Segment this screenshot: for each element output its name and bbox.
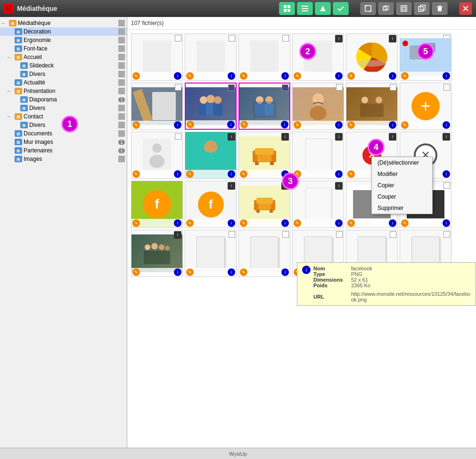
edit-icon[interactable]: ✎ xyxy=(132,170,140,178)
frame-btn[interactable] xyxy=(396,2,412,15)
delete-btn[interactable] xyxy=(432,2,448,15)
info-icon[interactable]: i xyxy=(174,268,181,276)
info-icon[interactable]: i xyxy=(443,170,450,178)
edit-icon[interactable]: ✎ xyxy=(294,219,301,227)
thumb-1[interactable]: ✎ i xyxy=(131,33,183,81)
info-icon[interactable]: i xyxy=(335,121,343,129)
info-icon[interactable]: i xyxy=(281,72,289,80)
edit-icon[interactable]: ✎ xyxy=(294,72,301,80)
thumb-checkbox[interactable] xyxy=(175,35,181,42)
thumb-meeting2[interactable]: ✎ i xyxy=(238,83,290,130)
edit-icon[interactable]: ✎ xyxy=(132,121,140,129)
thumb-3[interactable]: ✎ i xyxy=(238,33,290,81)
edit-icon[interactable]: ✎ xyxy=(240,268,247,276)
info-icon[interactable]: i xyxy=(335,170,343,178)
edit-icon[interactable]: ✎ xyxy=(186,72,194,80)
sort-btn[interactable] xyxy=(315,2,331,15)
thumb-checkbox[interactable] xyxy=(229,231,235,238)
sidebar-item-divers1[interactable]: ▦ Divers xyxy=(0,70,127,78)
ctx-delete-item[interactable]: Supprimer xyxy=(372,202,432,214)
thumb-meeting3[interactable]: ✎ i xyxy=(346,83,398,130)
expand-btn[interactable] xyxy=(360,2,376,15)
thumb-checkbox[interactable] xyxy=(282,35,289,42)
thumb-checkbox[interactable] xyxy=(175,84,181,91)
grid-area[interactable]: ✎ i ✎ i xyxy=(127,30,476,448)
thumb-checkbox[interactable] xyxy=(228,84,235,91)
edit-icon[interactable]: ✎ xyxy=(401,72,409,80)
edit-icon[interactable]: ✎ xyxy=(347,219,355,227)
thumb-checkbox[interactable] xyxy=(282,231,289,238)
sidebar-item-fontface[interactable]: ▦ Font-face xyxy=(0,44,127,53)
edit-icon[interactable]: ✎ xyxy=(401,219,409,227)
info-icon[interactable]: i xyxy=(228,170,235,178)
thumb-checkbox[interactable] xyxy=(390,84,396,91)
sidebar-item-accueil[interactable]: − ▦ Accueil xyxy=(0,53,127,61)
thumb-silhouette[interactable]: ✎ i xyxy=(131,132,183,179)
sidebar-item-ergonomie[interactable]: ▦ Ergonomie xyxy=(0,36,127,44)
grid-view-btn[interactable] xyxy=(279,2,295,15)
edit-icon[interactable]: ✎ xyxy=(187,121,194,128)
info-icon[interactable]: i xyxy=(389,72,396,80)
ctx-edit-item[interactable]: Modifier xyxy=(372,168,432,180)
sidebar-item-slidedeck[interactable]: ▦ Slidedeck xyxy=(0,61,127,70)
thumb-blank4[interactable]: ✎ i xyxy=(238,230,290,277)
ctx-cut-item[interactable]: Couper xyxy=(372,191,432,202)
edit-icon[interactable]: ✎ xyxy=(294,121,301,129)
add-image-btn[interactable]: + xyxy=(411,92,440,120)
info-icon[interactable]: i xyxy=(335,72,343,80)
info-icon[interactable]: i xyxy=(174,170,181,178)
sidebar-item-divers2[interactable]: ▦ Divers xyxy=(0,104,127,112)
copy-frame-btn[interactable] xyxy=(414,2,430,15)
info-icon[interactable]: i xyxy=(443,72,450,80)
thumb-facebook-orange[interactable]: ! f ✎ i xyxy=(185,181,237,228)
thumb-team[interactable]: ! ✎ i xyxy=(131,230,183,277)
thumb-checkbox[interactable] xyxy=(443,231,450,238)
info-icon[interactable]: i xyxy=(228,268,235,276)
thumb-sofa[interactable]: ! ✎ i xyxy=(238,132,290,179)
info-icon[interactable]: i xyxy=(389,121,396,129)
thumb-checkbox[interactable] xyxy=(229,35,235,42)
info-icon[interactable]: i xyxy=(281,121,288,128)
thumb-woman[interactable]: ✎ i xyxy=(292,83,344,130)
sidebar-item-mediatheque[interactable]: − ▦ Médiathèque xyxy=(0,19,127,27)
sidebar-item-images[interactable]: ▦ Images xyxy=(0,155,127,163)
edit-icon[interactable]: ✎ xyxy=(347,72,355,80)
info-icon[interactable]: i xyxy=(174,121,181,129)
thumb-2[interactable]: ✎ i xyxy=(185,33,237,81)
thumb-facebook-green[interactable]: ! f ✎ i xyxy=(131,181,183,228)
edit-icon[interactable]: ✎ xyxy=(401,121,409,129)
edit-icon[interactable]: ✎ xyxy=(186,170,194,178)
thumb-checkbox[interactable] xyxy=(336,84,343,91)
thumb-blank2[interactable]: ! ✎ i xyxy=(292,181,344,228)
edit-icon[interactable]: ✎ xyxy=(347,121,355,129)
info-icon[interactable]: i xyxy=(227,121,235,128)
thumb-checkbox[interactable] xyxy=(443,84,450,91)
thumb-blank1[interactable]: ! ✎ i xyxy=(292,132,344,179)
sidebar-item-decoration[interactable]: ▦ Décoration xyxy=(0,27,127,36)
thumb-pie-chart[interactable]: ! ✎ i xyxy=(346,33,398,81)
thumb-notebook[interactable]: ✎ i xyxy=(131,83,183,130)
edit-icon[interactable]: ✎ xyxy=(132,72,140,80)
info-icon[interactable]: i xyxy=(443,219,450,227)
info-icon[interactable]: i xyxy=(174,72,181,80)
info-icon[interactable]: i xyxy=(281,219,289,227)
thumb-meeting1[interactable]: ✎ i xyxy=(185,83,237,130)
info-icon[interactable]: i xyxy=(281,268,289,276)
list-view-btn[interactable] xyxy=(297,2,313,15)
edit-icon[interactable]: ✎ xyxy=(347,170,355,178)
thumb-checkbox[interactable] xyxy=(336,231,343,238)
thumb-checkbox[interactable] xyxy=(443,182,450,189)
edit-icon[interactable]: ✎ xyxy=(132,219,140,227)
thumb-avatar-teal[interactable]: ! ✎ i xyxy=(185,132,237,179)
info-icon[interactable]: i xyxy=(174,219,181,227)
info-icon[interactable]: i xyxy=(335,219,343,227)
thumb-checkbox[interactable] xyxy=(390,231,396,238)
edit-icon[interactable]: ✎ xyxy=(240,219,247,227)
edit-icon[interactable]: ✎ xyxy=(186,219,194,227)
ctx-deselect-item[interactable]: (Dé)sélectionner xyxy=(372,157,432,168)
thumb-add[interactable]: + ✎ i xyxy=(400,83,451,130)
info-icon[interactable]: i xyxy=(228,219,235,227)
info-icon[interactable]: i xyxy=(443,121,450,129)
edit-icon[interactable]: ✎ xyxy=(186,268,194,276)
thumb-checkbox[interactable] xyxy=(282,84,288,91)
